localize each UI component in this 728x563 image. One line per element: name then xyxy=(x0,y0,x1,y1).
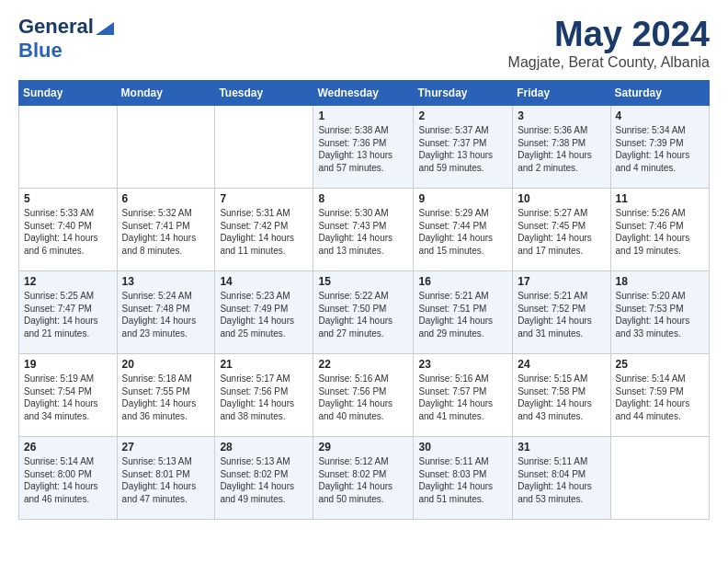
day-info: Sunrise: 5:29 AMSunset: 7:44 PMDaylight:… xyxy=(418,207,507,257)
week-row-3: 12 Sunrise: 5:25 AMSunset: 7:47 PMDaylig… xyxy=(19,271,710,354)
weekday-tuesday: Tuesday xyxy=(215,81,313,106)
day-cell: 7 Sunrise: 5:31 AMSunset: 7:42 PMDayligh… xyxy=(215,189,313,271)
day-number: 16 xyxy=(418,275,507,288)
day-cell xyxy=(19,106,118,189)
day-info: Sunrise: 5:14 AMSunset: 8:00 PMDaylight:… xyxy=(24,455,112,505)
day-info: Sunrise: 5:12 AMSunset: 8:02 PMDaylight:… xyxy=(318,455,408,505)
day-info: Sunrise: 5:22 AMSunset: 7:50 PMDaylight:… xyxy=(318,290,408,339)
location-title: Magjate, Berat County, Albania xyxy=(508,54,710,71)
day-cell: 3 Sunrise: 5:36 AMSunset: 7:38 PMDayligh… xyxy=(513,106,610,189)
day-info: Sunrise: 5:14 AMSunset: 7:59 PMDaylight:… xyxy=(616,373,704,422)
week-row-2: 5 Sunrise: 5:33 AMSunset: 7:40 PMDayligh… xyxy=(19,189,710,271)
day-number: 30 xyxy=(418,441,507,454)
weekday-header-row: SundayMondayTuesdayWednesdayThursdayFrid… xyxy=(19,81,710,106)
day-cell: 28 Sunrise: 5:13 AMSunset: 8:02 PMDaylig… xyxy=(215,437,313,520)
day-cell: 30 Sunrise: 5:11 AMSunset: 8:03 PMDaylig… xyxy=(414,437,513,520)
day-info: Sunrise: 5:30 AMSunset: 7:43 PMDaylight:… xyxy=(318,207,408,257)
day-info: Sunrise: 5:23 AMSunset: 7:49 PMDaylight:… xyxy=(220,290,308,339)
day-cell: 17 Sunrise: 5:21 AMSunset: 7:52 PMDaylig… xyxy=(513,271,610,354)
day-cell: 13 Sunrise: 5:24 AMSunset: 7:48 PMDaylig… xyxy=(117,271,215,354)
day-info: Sunrise: 5:26 AMSunset: 7:46 PMDaylight:… xyxy=(616,207,704,257)
day-info: Sunrise: 5:36 AMSunset: 7:38 PMDaylight:… xyxy=(518,124,605,174)
day-cell: 16 Sunrise: 5:21 AMSunset: 7:51 PMDaylig… xyxy=(414,271,513,354)
day-info: Sunrise: 5:21 AMSunset: 7:51 PMDaylight:… xyxy=(418,290,507,339)
day-number: 14 xyxy=(220,275,308,288)
day-number: 3 xyxy=(518,109,605,122)
day-cell: 1 Sunrise: 5:38 AMSunset: 7:36 PMDayligh… xyxy=(313,106,414,189)
day-cell: 19 Sunrise: 5:19 AMSunset: 7:54 PMDaylig… xyxy=(19,354,118,437)
day-number: 4 xyxy=(616,109,704,122)
logo-general: General xyxy=(18,15,94,39)
day-cell: 6 Sunrise: 5:32 AMSunset: 7:41 PMDayligh… xyxy=(117,189,215,271)
day-cell: 27 Sunrise: 5:13 AMSunset: 8:01 PMDaylig… xyxy=(117,437,215,520)
day-info: Sunrise: 5:37 AMSunset: 7:37 PMDaylight:… xyxy=(418,124,507,174)
day-cell xyxy=(610,437,709,520)
day-number: 21 xyxy=(220,358,308,371)
day-cell: 26 Sunrise: 5:14 AMSunset: 8:00 PMDaylig… xyxy=(19,437,118,520)
day-number: 15 xyxy=(318,275,408,288)
day-number: 6 xyxy=(122,192,210,205)
day-cell: 25 Sunrise: 5:14 AMSunset: 7:59 PMDaylig… xyxy=(610,354,709,437)
day-info: Sunrise: 5:21 AMSunset: 7:52 PMDaylight:… xyxy=(518,290,605,339)
day-number: 26 xyxy=(24,441,112,454)
day-number: 25 xyxy=(616,358,704,371)
day-info: Sunrise: 5:27 AMSunset: 7:45 PMDaylight:… xyxy=(518,207,605,257)
day-info: Sunrise: 5:11 AMSunset: 8:04 PMDaylight:… xyxy=(518,455,605,505)
day-number: 23 xyxy=(418,358,507,371)
day-number: 10 xyxy=(518,192,605,205)
day-info: Sunrise: 5:31 AMSunset: 7:42 PMDaylight:… xyxy=(220,207,308,257)
day-info: Sunrise: 5:16 AMSunset: 7:57 PMDaylight:… xyxy=(418,373,507,422)
day-cell: 4 Sunrise: 5:34 AMSunset: 7:39 PMDayligh… xyxy=(610,106,709,189)
day-cell: 12 Sunrise: 5:25 AMSunset: 7:47 PMDaylig… xyxy=(19,271,118,354)
day-number: 8 xyxy=(318,192,408,205)
day-cell: 5 Sunrise: 5:33 AMSunset: 7:40 PMDayligh… xyxy=(19,189,118,271)
day-cell xyxy=(215,106,313,189)
day-number: 19 xyxy=(24,358,112,371)
day-cell: 11 Sunrise: 5:26 AMSunset: 7:46 PMDaylig… xyxy=(610,189,709,271)
svg-marker-0 xyxy=(96,22,114,35)
day-cell: 23 Sunrise: 5:16 AMSunset: 7:57 PMDaylig… xyxy=(414,354,513,437)
day-cell: 20 Sunrise: 5:18 AMSunset: 7:55 PMDaylig… xyxy=(117,354,215,437)
day-info: Sunrise: 5:16 AMSunset: 7:56 PMDaylight:… xyxy=(318,373,408,422)
day-cell: 22 Sunrise: 5:16 AMSunset: 7:56 PMDaylig… xyxy=(313,354,414,437)
month-title: May 2024 xyxy=(508,15,710,54)
day-cell: 9 Sunrise: 5:29 AMSunset: 7:44 PMDayligh… xyxy=(414,189,513,271)
weekday-friday: Friday xyxy=(513,81,610,106)
day-cell: 15 Sunrise: 5:22 AMSunset: 7:50 PMDaylig… xyxy=(313,271,414,354)
page-header: General Blue May 2024 Magjate, Berat Cou… xyxy=(18,15,710,71)
day-number: 22 xyxy=(318,358,408,371)
day-cell: 2 Sunrise: 5:37 AMSunset: 7:37 PMDayligh… xyxy=(414,106,513,189)
day-info: Sunrise: 5:32 AMSunset: 7:41 PMDaylight:… xyxy=(122,207,210,257)
day-info: Sunrise: 5:25 AMSunset: 7:47 PMDaylight:… xyxy=(24,290,112,339)
weekday-thursday: Thursday xyxy=(414,81,513,106)
weekday-wednesday: Wednesday xyxy=(313,81,414,106)
day-number: 5 xyxy=(24,192,112,205)
day-info: Sunrise: 5:38 AMSunset: 7:36 PMDaylight:… xyxy=(318,124,408,174)
day-number: 1 xyxy=(318,109,408,122)
week-row-1: 1 Sunrise: 5:38 AMSunset: 7:36 PMDayligh… xyxy=(19,106,710,189)
calendar-body: 1 Sunrise: 5:38 AMSunset: 7:36 PMDayligh… xyxy=(19,106,710,520)
title-block: May 2024 Magjate, Berat County, Albania xyxy=(508,15,710,71)
day-cell: 8 Sunrise: 5:30 AMSunset: 7:43 PMDayligh… xyxy=(313,189,414,271)
day-cell: 14 Sunrise: 5:23 AMSunset: 7:49 PMDaylig… xyxy=(215,271,313,354)
day-number: 2 xyxy=(418,109,507,122)
logo: General Blue xyxy=(18,15,114,63)
day-number: 24 xyxy=(518,358,605,371)
day-cell: 29 Sunrise: 5:12 AMSunset: 8:02 PMDaylig… xyxy=(313,437,414,520)
day-number: 9 xyxy=(418,192,507,205)
day-info: Sunrise: 5:19 AMSunset: 7:54 PMDaylight:… xyxy=(24,373,112,422)
day-info: Sunrise: 5:11 AMSunset: 8:03 PMDaylight:… xyxy=(418,455,507,505)
week-row-5: 26 Sunrise: 5:14 AMSunset: 8:00 PMDaylig… xyxy=(19,437,710,520)
day-cell: 21 Sunrise: 5:17 AMSunset: 7:56 PMDaylig… xyxy=(215,354,313,437)
day-info: Sunrise: 5:24 AMSunset: 7:48 PMDaylight:… xyxy=(122,290,210,339)
day-cell xyxy=(117,106,215,189)
day-info: Sunrise: 5:13 AMSunset: 8:01 PMDaylight:… xyxy=(122,455,210,505)
day-cell: 31 Sunrise: 5:11 AMSunset: 8:04 PMDaylig… xyxy=(513,437,610,520)
day-info: Sunrise: 5:15 AMSunset: 7:58 PMDaylight:… xyxy=(518,373,605,422)
day-cell: 10 Sunrise: 5:27 AMSunset: 7:45 PMDaylig… xyxy=(513,189,610,271)
day-number: 13 xyxy=(122,275,210,288)
day-number: 31 xyxy=(518,441,605,454)
weekday-saturday: Saturday xyxy=(610,81,709,106)
day-info: Sunrise: 5:18 AMSunset: 7:55 PMDaylight:… xyxy=(122,373,210,422)
day-info: Sunrise: 5:13 AMSunset: 8:02 PMDaylight:… xyxy=(220,455,308,505)
